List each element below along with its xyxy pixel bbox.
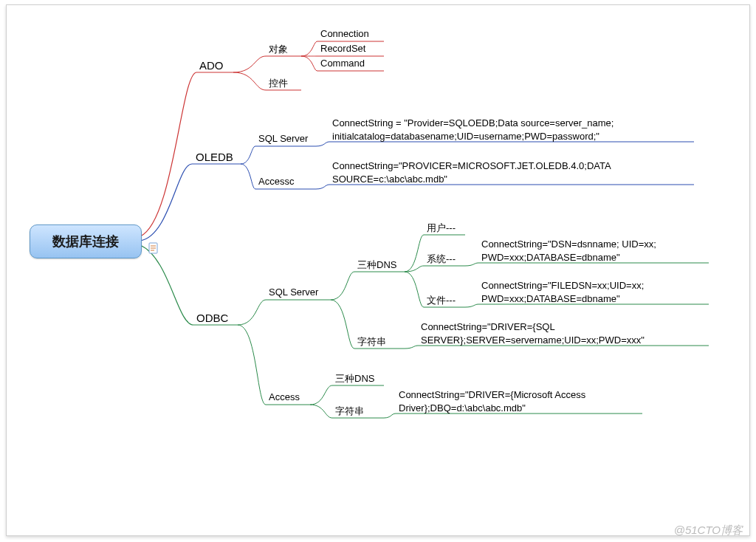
root-node[interactable]: 数据库连接 — [30, 224, 142, 258]
ado-command-node[interactable]: Command — [320, 58, 365, 69]
svg-rect-25 — [149, 243, 157, 253]
odbc-node[interactable]: ODBC — [196, 312, 228, 324]
mindmap-canvas: 数据库连接 ADO 对象 控件 Connection RecordSet Com… — [0, 0, 756, 542]
ado-object-node[interactable]: 对象 — [269, 43, 288, 56]
odbc-dns-node[interactable]: 三种DNS — [357, 258, 396, 272]
odbc-sqlserver-node[interactable]: SQL Server — [269, 287, 318, 298]
oledb-accconn-node[interactable]: ConnectString="PROVICER=MICROSOFT.JET.OL… — [332, 159, 628, 185]
odbc-astrconn-node[interactable]: ConnectString="DRIVER={Microsoft Access … — [399, 388, 642, 414]
odbc-file-node[interactable]: 文件--- — [427, 294, 456, 307]
odbc-access-node[interactable]: Access — [269, 391, 300, 402]
oledb-access-node[interactable]: Accessc — [258, 176, 294, 187]
odbc-sysconn-node[interactable]: ConnectString="DSN=dsnname; UID=xx; PWD=… — [481, 238, 703, 264]
watermark: @51CTO博客 — [674, 524, 743, 538]
ado-recordset-node[interactable]: RecordSet — [320, 43, 365, 54]
ado-control-node[interactable]: 控件 — [269, 77, 288, 90]
oledb-node[interactable]: OLEDB — [196, 151, 233, 163]
odbc-string-node[interactable]: 字符串 — [357, 335, 386, 349]
odbc-strconn-node[interactable]: ConnectString="DRIVER={SQL SERVER};SERVE… — [421, 320, 701, 346]
ado-connection-node[interactable]: Connection — [320, 28, 369, 39]
oledb-sqlconn-node[interactable]: ConnectString = "Provider=SQLOEDB;Data s… — [332, 117, 628, 143]
odbc-system-node[interactable]: 系统--- — [427, 253, 456, 266]
odbc-astring-node[interactable]: 字符串 — [335, 405, 364, 418]
root-label: 数据库连接 — [52, 233, 119, 250]
odbc-adns-node[interactable]: 三种DNS — [335, 372, 374, 385]
odbc-user-node[interactable]: 用户--- — [427, 222, 456, 235]
note-icon[interactable] — [148, 242, 159, 254]
oledb-sqlserver-node[interactable]: SQL Server — [258, 133, 308, 144]
odbc-fileconn-node[interactable]: ConnectString="FILEDSN=xx;UID=xx; PWD=xx… — [481, 279, 703, 305]
ado-node[interactable]: ADO — [199, 59, 224, 72]
